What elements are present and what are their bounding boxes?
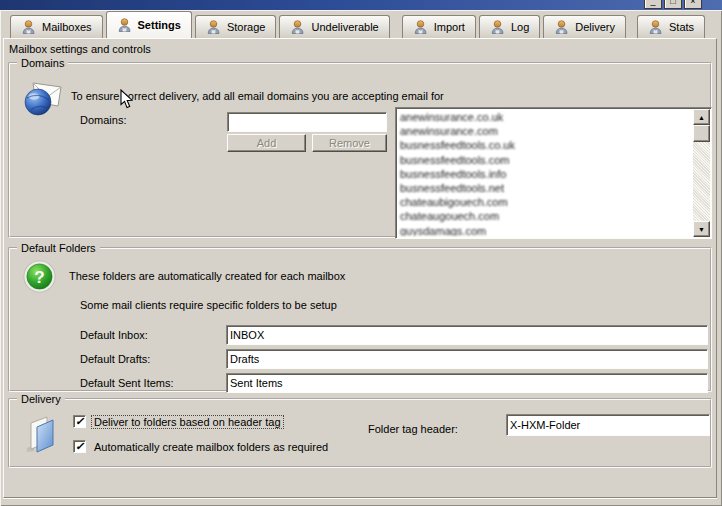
minimize-button[interactable]: _ [644, 0, 662, 9]
default-drafts-label: Default Drafts: [80, 353, 150, 365]
user-icon [21, 19, 37, 35]
window-titlebar: _ □ × [0, 0, 722, 10]
tab-label: Settings [138, 19, 181, 31]
tab-log[interactable]: Log [479, 15, 540, 38]
default-folders-line2: Some mail clients require specific folde… [80, 299, 337, 311]
default-inbox-label: Default Inbox: [80, 329, 148, 341]
domain-list-item[interactable]: anewinsurance.com [398, 124, 692, 138]
listbox-scrollbar[interactable]: ▲ ▼ [693, 109, 710, 237]
deliver-header-tag-checkbox[interactable]: ✓ [73, 415, 86, 428]
user-icon [290, 19, 306, 35]
domain-list-item[interactable]: busnessfeedtools.com [398, 153, 692, 167]
scroll-up-button[interactable]: ▲ [693, 109, 710, 125]
domain-list-item[interactable]: guysdamags.com [398, 224, 692, 236]
tab-settings[interactable]: Settings [106, 11, 192, 38]
domains-field-label: Domains: [80, 114, 126, 126]
tab-bar: Mailboxes Settings Storage Undeliverable… [10, 12, 708, 38]
check-icon: ✓ [75, 441, 84, 452]
tab-label: Storage [227, 21, 266, 33]
user-icon [117, 17, 133, 33]
domain-list-item[interactable]: busnessfeedtools.net [398, 181, 692, 195]
user-icon [413, 19, 429, 35]
default-sent-items-label: Default Sent Items: [80, 377, 174, 389]
domain-list-item[interactable]: chateaubigouech.com [398, 195, 692, 209]
deliver-header-tag-label[interactable]: Deliver to folders based on header tag [92, 416, 283, 428]
window-body: Mailboxes Settings Storage Undeliverable… [0, 10, 722, 506]
delivery-group: Delivery ✓ Deliver to folders based on h… [8, 398, 712, 468]
remove-button[interactable]: Remove [312, 134, 387, 152]
auto-create-folders-row: ✓ Automatically create mailbox folders a… [73, 440, 330, 453]
scroll-down-button[interactable]: ▼ [693, 221, 710, 237]
deliver-header-tag-row: ✓ Deliver to folders based on header tag [73, 415, 283, 428]
globe-email-icon [23, 80, 63, 117]
tab-label: Log [511, 21, 529, 33]
default-inbox-input[interactable] [226, 325, 708, 345]
domain-list-item[interactable]: busnessfeedtools.co.uk [398, 138, 692, 152]
tab-label: Delivery [575, 21, 615, 33]
domains-listbox[interactable]: anewinsurance.co.uk anewinsurance.com bu… [395, 107, 712, 239]
default-folders-group: Default Folders ? These folders are auto… [8, 247, 712, 392]
user-icon [554, 19, 570, 35]
auto-create-folders-checkbox[interactable]: ✓ [73, 440, 86, 453]
default-folders-group-legend: Default Folders [17, 241, 100, 255]
close-button[interactable]: × [684, 0, 702, 9]
tab-delivery[interactable]: Delivery [543, 15, 626, 38]
domain-list-item[interactable]: anewinsurance.co.uk [398, 110, 692, 124]
page-caption: Mailbox settings and controls [9, 43, 151, 55]
auto-create-folders-label[interactable]: Automatically create mailbox folders as … [92, 441, 330, 453]
scrollbar-thumb[interactable] [693, 125, 710, 142]
folder-tag-header-input[interactable] [506, 414, 710, 436]
domains-group-legend: Domains [17, 56, 68, 70]
add-button[interactable]: Add [227, 134, 306, 152]
user-icon [648, 19, 664, 35]
folder-icon [23, 411, 61, 455]
tab-label: Stats [669, 21, 694, 33]
tab-mailboxes[interactable]: Mailboxes [10, 15, 103, 38]
mouse-cursor [120, 89, 133, 109]
default-drafts-input[interactable] [226, 349, 708, 369]
tab-storage[interactable]: Storage [195, 15, 277, 38]
tab-import[interactable]: Import [402, 15, 476, 38]
tab-label: Undeliverable [311, 21, 378, 33]
domains-list: anewinsurance.co.uk anewinsurance.com bu… [398, 110, 692, 236]
settings-tab-page: Mailbox settings and controls Domains To… [3, 38, 717, 498]
domain-list-item[interactable]: chateaugouech.com [398, 209, 692, 223]
default-folders-line1: These folders are automatically created … [69, 270, 345, 282]
check-icon: ✓ [75, 416, 84, 427]
tab-stats[interactable]: Stats [637, 15, 705, 38]
maximize-button[interactable]: □ [664, 0, 682, 9]
domains-input[interactable] [227, 112, 387, 132]
user-icon [206, 19, 222, 35]
default-sent-items-input[interactable] [226, 373, 708, 393]
tab-label: Import [434, 21, 465, 33]
domains-group: Domains To ensure correct delivery, add … [8, 62, 712, 238]
svg-text:?: ? [34, 268, 44, 287]
tab-label: Mailboxes [42, 21, 92, 33]
folder-tag-header-label: Folder tag header: [368, 423, 458, 435]
user-icon [490, 19, 506, 35]
help-icon: ? [23, 260, 56, 293]
window-controls: _ □ × [644, 0, 702, 9]
domain-list-item[interactable]: busnessfeedtools.info [398, 167, 692, 181]
delivery-group-legend: Delivery [17, 392, 65, 406]
tab-undeliverable[interactable]: Undeliverable [279, 15, 389, 38]
